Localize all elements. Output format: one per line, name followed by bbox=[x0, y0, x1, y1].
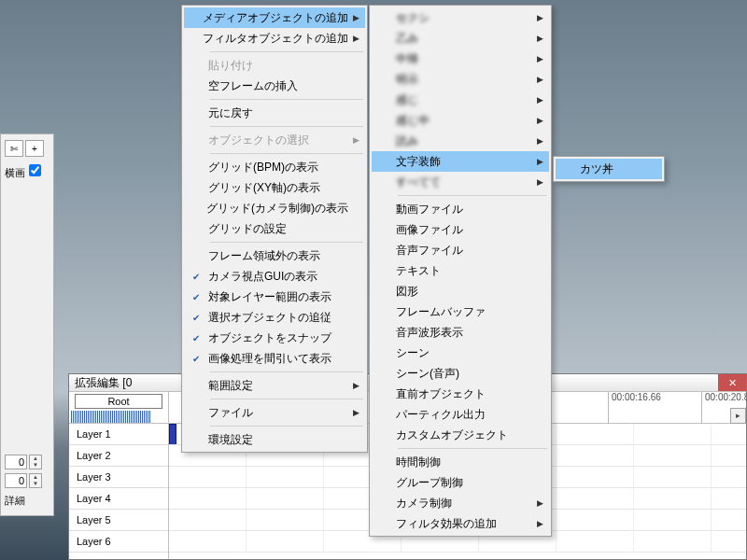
menu-item[interactable]: セクシ▶ bbox=[372, 7, 549, 28]
menu-item-label: 空フレームの挿入 bbox=[208, 78, 298, 94]
menu-item[interactable]: テキスト bbox=[372, 260, 549, 281]
menu-item[interactable]: すべてて▶ bbox=[372, 172, 549, 192]
menu-item[interactable]: 動画ファイル bbox=[372, 199, 549, 219]
menu-separator bbox=[398, 195, 547, 196]
menu-separator bbox=[210, 371, 363, 372]
context-submenu-textdeco: カツ丼 bbox=[553, 156, 665, 182]
layer-label[interactable]: Layer 1 bbox=[69, 424, 168, 445]
menu-item-label: 図形 bbox=[396, 284, 418, 300]
menu-item: オブジェクトの選択▶ bbox=[184, 130, 365, 150]
menu-item[interactable]: ファイル▶ bbox=[184, 402, 365, 423]
menu-item[interactable]: 感じ▶ bbox=[372, 90, 549, 110]
side-checkbox-1[interactable] bbox=[29, 164, 41, 176]
menu-item-label: ファイル bbox=[208, 405, 253, 421]
side-number-2[interactable]: 0 bbox=[5, 473, 27, 488]
menu-item[interactable]: ✔カメラ視点GUIの表示 bbox=[184, 266, 365, 287]
menu-separator bbox=[210, 99, 363, 100]
menu-item[interactable]: パーティクル出力 bbox=[372, 404, 549, 425]
tool-plus-icon[interactable]: + bbox=[25, 140, 44, 157]
menu-item[interactable]: グループ制御 bbox=[372, 472, 549, 493]
chevron-right-icon: ▶ bbox=[537, 34, 543, 43]
menu-item[interactable]: グリッド(カメラ制御)の表示 bbox=[184, 198, 365, 218]
menu-item[interactable]: ✔オブジェクトをスナップ bbox=[184, 328, 365, 348]
chevron-right-icon: ▶ bbox=[537, 13, 543, 22]
menu-item[interactable]: 音声ファイル bbox=[372, 240, 549, 260]
menu-item[interactable]: 読み▶ bbox=[372, 131, 549, 151]
menu-item[interactable]: 元に戻す bbox=[184, 103, 365, 123]
root-button[interactable]: Root bbox=[75, 394, 162, 409]
menu-item[interactable]: フレームバッファ bbox=[372, 301, 549, 322]
menu-item[interactable]: ✔選択オブジェクトの追従 bbox=[184, 307, 365, 328]
menu-item[interactable]: 中帰▶ bbox=[372, 49, 549, 69]
menu-item[interactable]: フィルタオブジェクトの追加▶ bbox=[184, 28, 365, 49]
side-detail-link[interactable]: 詳細 bbox=[5, 494, 49, 508]
menu-item-label: 画像ファイル bbox=[396, 222, 463, 238]
chevron-right-icon: ▶ bbox=[537, 116, 543, 125]
layer-label[interactable]: Layer 3 bbox=[69, 467, 168, 488]
chevron-right-icon: ▶ bbox=[537, 177, 543, 187]
check-icon: ✔ bbox=[184, 313, 208, 323]
side-number-1[interactable]: 0 bbox=[5, 455, 27, 469]
chevron-right-icon: ▶ bbox=[537, 519, 543, 528]
chevron-right-icon: ▶ bbox=[537, 95, 543, 105]
menu-item-label: メディアオブジェクトの追加 bbox=[203, 10, 348, 26]
menu-item[interactable]: カメラ制御▶ bbox=[372, 493, 549, 513]
menu-item[interactable]: グリッド(BPM)の表示 bbox=[184, 157, 365, 177]
menu-item-label: 元に戻す bbox=[208, 105, 253, 121]
layer-label[interactable]: Layer 4 bbox=[69, 488, 168, 510]
context-submenu-media: セクシ▶乙み▶中帰▶明示▶感じ▶感じ中▶読み▶文字装飾▶すべてて▶動画ファイル画… bbox=[369, 5, 552, 537]
menu-item-label: シーン(音声) bbox=[396, 366, 459, 382]
menu-separator bbox=[210, 153, 363, 154]
chevron-right-icon: ▶ bbox=[537, 136, 543, 146]
timeline-layer-list: Root Layer 1 Layer 2 Layer 3 Layer 4 Lay… bbox=[69, 392, 169, 559]
menu-item-label: 乙み bbox=[396, 31, 418, 47]
menu-item[interactable]: ✔画像処理を間引いて表示 bbox=[184, 348, 365, 369]
menu-item[interactable]: 範囲設定▶ bbox=[184, 375, 365, 396]
menu-item[interactable]: メディアオブジェクトの追加▶ bbox=[184, 7, 365, 28]
menu-item-label: セクシ bbox=[396, 10, 430, 26]
menu-item[interactable]: 明示▶ bbox=[372, 69, 549, 90]
menu-item[interactable]: シーン bbox=[372, 343, 549, 363]
menu-item[interactable]: 感じ中▶ bbox=[372, 110, 549, 131]
tool-cut-icon[interactable]: ✄ bbox=[5, 140, 23, 157]
menu-item-label: オブジェクトをスナップ bbox=[208, 330, 331, 346]
layer-label[interactable]: Layer 5 bbox=[69, 510, 168, 531]
menu-item[interactable]: フレーム領域外の表示 bbox=[184, 245, 365, 266]
menu-item-label: フィルタオブジェクトの追加 bbox=[203, 31, 348, 47]
layer-label[interactable]: Layer 2 bbox=[69, 445, 168, 467]
menu-item[interactable]: 図形 bbox=[372, 281, 549, 301]
close-button[interactable]: ✕ bbox=[718, 374, 746, 391]
menu-item[interactable]: 音声波形表示 bbox=[372, 322, 549, 343]
menu-item-label: カメラ制御 bbox=[396, 496, 452, 511]
menu-separator bbox=[210, 126, 363, 127]
menu-item[interactable]: 文字装飾▶ bbox=[372, 151, 549, 172]
chevron-right-icon: ▶ bbox=[353, 13, 359, 22]
chevron-right-icon: ▶ bbox=[353, 135, 359, 145]
side-spinner-2[interactable]: ▲▼ bbox=[29, 473, 42, 488]
menu-item[interactable]: 画像ファイル bbox=[372, 219, 549, 240]
menu-item[interactable]: 時間制御 bbox=[372, 452, 549, 472]
layer-label[interactable]: Layer 6 bbox=[69, 531, 168, 553]
menu-item[interactable]: シーン(音声) bbox=[372, 363, 549, 384]
menu-item[interactable]: ✔対象レイヤー範囲の表示 bbox=[184, 287, 365, 307]
menu-item[interactable]: 乙み▶ bbox=[372, 28, 549, 49]
menu-item-label: オブジェクトの選択 bbox=[208, 133, 309, 148]
menu-item[interactable]: グリッド(XY軸)の表示 bbox=[184, 177, 365, 198]
menu-item-label: 音声波形表示 bbox=[396, 325, 463, 341]
menu-separator bbox=[398, 448, 547, 449]
menu-item-label: グリッド(XY軸)の表示 bbox=[208, 180, 320, 196]
menu-item[interactable]: カスタムオブジェクト bbox=[372, 425, 549, 445]
menu-item[interactable]: グリッドの設定 bbox=[184, 218, 365, 239]
menu-item[interactable]: カツ丼 bbox=[556, 159, 662, 179]
menu-item-label: グリッド(BPM)の表示 bbox=[208, 160, 318, 175]
check-icon: ✔ bbox=[184, 333, 208, 343]
menu-item-label: 読み bbox=[396, 133, 418, 149]
menu-item[interactable]: 空フレームの挿入 bbox=[184, 76, 365, 96]
menu-item-label: 文字装飾 bbox=[396, 154, 441, 170]
menu-item[interactable]: 環境設定 bbox=[184, 429, 365, 450]
timeline-waveform bbox=[71, 411, 151, 423]
menu-item[interactable]: フィルタ効果の追加▶ bbox=[372, 513, 549, 534]
side-spinner-1[interactable]: ▲▼ bbox=[29, 455, 42, 469]
menu-item-label: 中帰 bbox=[396, 51, 418, 67]
menu-item[interactable]: 直前オブジェクト bbox=[372, 384, 549, 404]
